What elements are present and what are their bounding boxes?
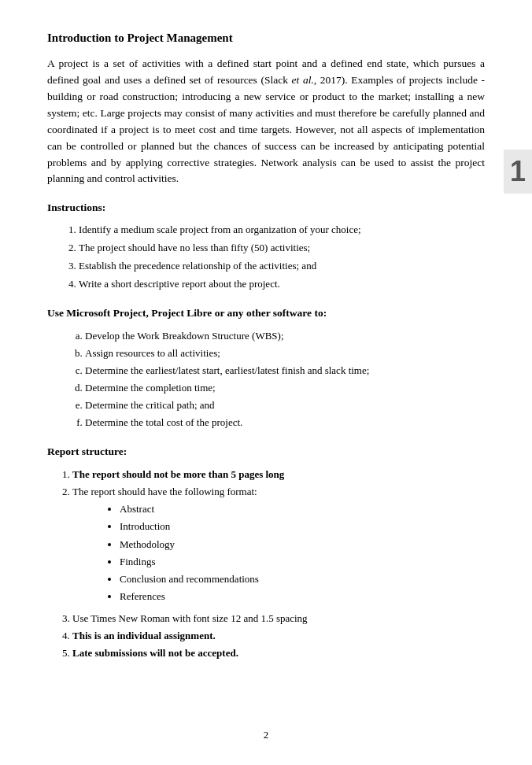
- list-item: Use Times New Roman with font size 12 an…: [72, 610, 485, 627]
- report-structure-heading: Report structure:: [47, 445, 485, 458]
- list-item: Abstract: [120, 501, 485, 518]
- list-item: Late submissions will not be accepted.: [72, 645, 485, 662]
- report-structure-section: The report should not be more than 5 pag…: [47, 466, 485, 662]
- bullet-list: Abstract Introduction Methodology Findin…: [120, 501, 485, 605]
- list-item: Assign resources to all activities;: [85, 345, 485, 362]
- report-list: The report should not be more than 5 pag…: [72, 466, 485, 662]
- page: 1 Introduction to Project Management A p…: [0, 0, 532, 765]
- list-item: Write a short descriptive report about t…: [79, 276, 485, 293]
- list-item: References: [120, 588, 485, 605]
- list-item: Determine the completion time;: [85, 379, 485, 397]
- list-item: Identify a medium scale project from an …: [79, 222, 485, 238]
- instructions-heading: Instructions:: [47, 201, 485, 214]
- software-list: Develop the Work Breakdown Structure (WB…: [85, 327, 485, 432]
- page-badge: 1: [504, 150, 532, 194]
- list-item: Methodology: [120, 536, 485, 553]
- list-item: Conclusion and recommendations: [120, 571, 485, 588]
- list-item: The report should have the following for…: [72, 483, 485, 605]
- page-number: 2: [0, 729, 532, 741]
- list-item: This is an individual assignment.: [72, 627, 485, 645]
- list-item: The project should have no less than fif…: [79, 240, 485, 257]
- page-title: Introduction to Project Management: [47, 31, 485, 45]
- list-item: The report should not be more than 5 pag…: [72, 466, 485, 483]
- list-item: Findings: [120, 553, 485, 571]
- list-item: Establish the precedence relationship of…: [79, 258, 485, 275]
- instructions-list: Identify a medium scale project from an …: [79, 222, 485, 292]
- software-heading: Use Microsoft Project, Project Libre or …: [47, 307, 485, 320]
- list-item: Determine the total cost of the project.: [85, 414, 485, 431]
- list-item: Determine the earliest/latest start, ear…: [85, 362, 485, 379]
- intro-paragraph: A project is a set of activities with a …: [47, 56, 485, 187]
- list-item: Introduction: [120, 518, 485, 535]
- list-item: Determine the critical path; and: [85, 397, 485, 414]
- list-item: Develop the Work Breakdown Structure (WB…: [85, 327, 485, 345]
